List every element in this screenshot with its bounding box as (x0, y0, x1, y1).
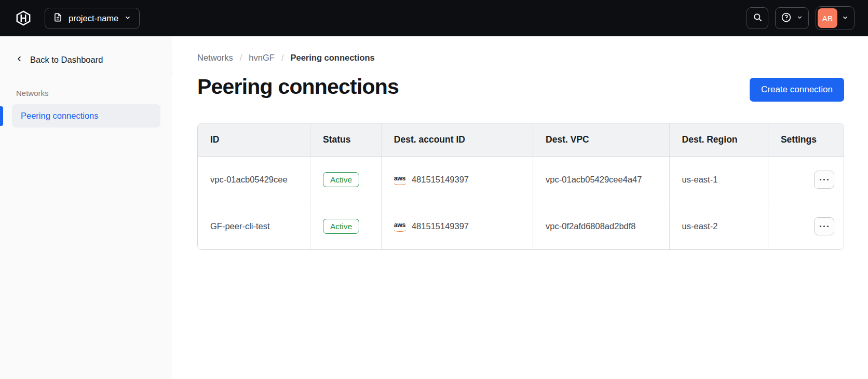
main-content: Networks / hvnGF / Peering connections P… (172, 36, 868, 379)
table-header-row: ID Status Dest. account ID Dest. VPC Des… (198, 123, 844, 157)
breadcrumb-networks[interactable]: Networks (197, 53, 233, 63)
ellipsis-icon (820, 179, 822, 181)
column-header-dest-account-id: Dest. account ID (381, 123, 533, 157)
row-settings-button[interactable] (814, 217, 834, 235)
chevron-down-icon (842, 14, 849, 23)
ellipsis-icon (820, 226, 822, 228)
column-header-dest-vpc: Dest. VPC (533, 123, 669, 157)
table-row: vpc-01acb05429cee Active aws 48151514939… (198, 157, 844, 203)
chevron-down-icon (124, 13, 131, 23)
sidebar-section-networks: Networks (16, 89, 171, 97)
create-connection-button[interactable]: Create connection (750, 78, 844, 102)
search-icon (753, 12, 763, 24)
search-button[interactable] (747, 7, 768, 29)
chevron-left-icon (16, 55, 23, 65)
help-menu-button[interactable] (775, 7, 809, 29)
project-switcher-button[interactable]: project-name (45, 8, 140, 29)
chevron-down-icon (796, 14, 803, 22)
status-badge: Active (323, 219, 359, 234)
sidebar: Back to Dashboard Networks Peering conne… (0, 36, 171, 379)
document-icon (53, 12, 63, 24)
column-header-id: ID (198, 123, 310, 157)
back-to-dashboard-link[interactable]: Back to Dashboard (16, 55, 171, 65)
cell-id: vpc-01acb05429cee (198, 157, 310, 203)
row-settings-button[interactable] (814, 171, 834, 189)
cell-dest-account-id: aws 481515149397 (381, 157, 533, 203)
breadcrumb-current: Peering connections (290, 53, 374, 63)
cell-id: GF-peer-cli-test (198, 203, 310, 250)
column-header-dest-region: Dest. Region (669, 123, 768, 157)
cell-dest-vpc: vpc-01acb05429cee4a47 (533, 157, 669, 203)
column-header-settings: Settings (768, 123, 844, 157)
peering-connections-table: ID Status Dest. account ID Dest. VPC Des… (197, 123, 844, 250)
avatar: AB (818, 8, 837, 28)
cell-dest-account-id: aws 481515149397 (381, 203, 533, 250)
column-header-status: Status (310, 123, 381, 157)
sidebar-item-label: Peering connections (21, 111, 99, 120)
cell-status: Active (310, 203, 381, 250)
breadcrumb-separator: / (240, 53, 242, 63)
cell-dest-region: us-east-1 (669, 157, 768, 203)
status-badge: Active (323, 172, 359, 188)
aws-icon: aws (394, 175, 405, 184)
top-nav-bar: project-name (0, 0, 868, 36)
user-menu-button[interactable]: AB (816, 6, 855, 30)
help-icon (781, 12, 792, 24)
breadcrumb-separator: / (281, 53, 284, 63)
breadcrumb-hvngf[interactable]: hvnGF (249, 53, 275, 63)
table-row: GF-peer-cli-test Active aws 481515149397… (198, 203, 844, 250)
project-switcher-label: project-name (69, 13, 118, 23)
cell-settings (768, 203, 844, 250)
page-title: Peering connections (197, 75, 399, 99)
active-indicator (0, 106, 3, 126)
cell-dest-region: us-east-2 (669, 203, 768, 250)
cell-status: Active (310, 157, 381, 203)
breadcrumb: Networks / hvnGF / Peering connections (197, 53, 844, 63)
aws-icon: aws (394, 222, 405, 231)
hashicorp-logo-icon (16, 10, 31, 26)
back-to-dashboard-label: Back to Dashboard (30, 55, 103, 65)
cell-dest-vpc: vpc-0f2afd6808ad2bdf8 (533, 203, 669, 250)
cell-settings (768, 157, 844, 203)
sidebar-item-peering-connections[interactable]: Peering connections (12, 104, 160, 128)
